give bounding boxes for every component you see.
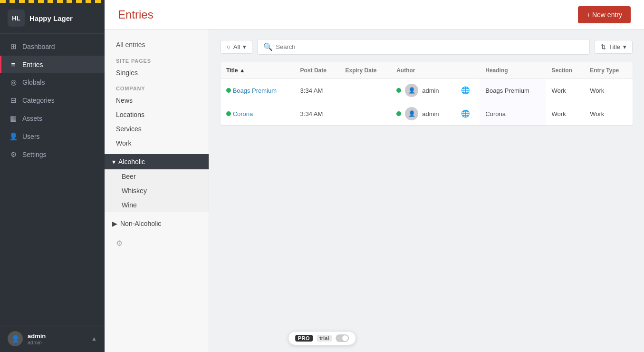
sidebar-item-assets[interactable]: ▦ Assets	[0, 109, 105, 127]
sidebar-item-settings[interactable]: ⚙ Settings	[0, 146, 105, 164]
cell-post-date-2: 3:34 AM	[295, 102, 340, 126]
pro-toggle[interactable]	[336, 334, 349, 342]
chevron-right-icon: ▶	[112, 220, 117, 227]
sidebar-footer: 👤 admin admin ▲	[0, 325, 105, 352]
sub-item-wine[interactable]: Wine	[105, 198, 209, 212]
right-panel: ○ All ▾ 🔍 ⇅ Title ▾ Title ▲Post DateExpi…	[209, 29, 644, 352]
col-header-author[interactable]: Author	[391, 62, 455, 79]
dashboard-icon: ⊞	[9, 42, 18, 51]
content-body: All entries SITE PAGESSinglesCOMPANYNews…	[105, 29, 644, 352]
col-header-status2	[455, 62, 480, 79]
logo-icon: HL	[8, 10, 25, 27]
globals-icon: ◎	[9, 78, 18, 87]
sidebar-item-categories[interactable]: ⊟ Categories	[0, 91, 105, 109]
left-nav-locations[interactable]: Locations	[105, 108, 209, 122]
sort-icon: ⇅	[601, 43, 606, 50]
cell-title-1: Boags Premium	[221, 79, 295, 102]
globe-icon-2: 🌐	[461, 109, 470, 117]
sidebar-item-entries[interactable]: ≡ Entries	[0, 56, 105, 73]
group-alcoholic: ▾ AlcoholicBeerWhiskeyWine	[105, 154, 209, 212]
left-panel: All entries SITE PAGESSinglesCOMPANYNews…	[105, 29, 209, 352]
cell-author-1: 👤 admin	[391, 79, 455, 102]
user-avatar: 👤	[8, 331, 23, 346]
cell-section-2: Work	[546, 102, 585, 126]
cell-heading-1: Boags Premium	[480, 79, 546, 102]
cell-entry-type-2: Work	[584, 102, 633, 126]
filter-select[interactable]: ○ All ▾	[221, 40, 252, 54]
cell-section-1: Work	[546, 79, 585, 102]
categories-icon: ⊟	[9, 96, 18, 105]
users-icon: 👤	[9, 132, 18, 141]
status-dot-1	[226, 88, 231, 93]
table-row[interactable]: Corona 3:34 AM 👤 admin 🌐CoronaWorkWork	[221, 102, 633, 126]
entries-table: Title ▲Post DateExpiry DateAuthorHeading…	[221, 62, 633, 125]
title-link-2[interactable]: Corona	[233, 110, 253, 117]
col-header-entry_type: Entry Type	[584, 62, 633, 79]
group-collapsed-non-alcoholic[interactable]: ▶ Non-Alcoholic	[105, 216, 209, 231]
gear-icon: ⚙	[116, 239, 123, 247]
cell-author-2: 👤 admin	[391, 102, 455, 126]
cell-globe-1: 🌐	[455, 79, 480, 102]
sidebar-logo: HL Happy Lager	[0, 3, 105, 34]
user-name: admin	[28, 332, 46, 340]
section-label-site_pages: SITE PAGES	[105, 52, 209, 66]
cell-post-date-1: 3:34 AM	[295, 79, 340, 102]
user-info: 👤 admin admin	[8, 331, 46, 346]
section-label-company: COMPANY	[105, 80, 209, 93]
user-role: admin	[28, 340, 46, 345]
group-non-alcoholic: ▶ Non-Alcoholic	[105, 216, 209, 231]
chevron-down-icon: ▾	[112, 158, 115, 166]
cell-expiry-date-1	[340, 79, 391, 102]
author-avatar-1: 👤	[405, 84, 418, 97]
author-status-dot-1	[396, 88, 401, 93]
settings-icon: ⚙	[9, 150, 18, 159]
search-input[interactable]	[276, 43, 584, 50]
pro-trial-bar: PRO trial	[288, 331, 356, 345]
left-nav-singles[interactable]: Singles	[105, 66, 209, 80]
sort-select[interactable]: ⇅ Title ▾	[595, 40, 633, 54]
user-menu-chevron[interactable]: ▲	[91, 335, 97, 342]
cell-title-2: Corona	[221, 102, 295, 126]
author-name-2: admin	[422, 110, 439, 117]
search-box: 🔍	[257, 39, 590, 55]
sidebar-item-label-globals: Globals	[22, 78, 45, 86]
sidebar-item-label-settings: Settings	[22, 151, 47, 158]
col-header-post_date[interactable]: Post Date	[295, 62, 340, 79]
pro-badge: PRO	[295, 335, 313, 342]
sidebar-item-dashboard[interactable]: ⊞ Dashboard	[0, 38, 105, 56]
sidebar-item-label-categories: Categories	[22, 97, 55, 104]
left-nav-work[interactable]: Work	[105, 136, 209, 150]
table-header: Title ▲Post DateExpiry DateAuthorHeading…	[221, 62, 633, 79]
main-header: Entries + New entry	[105, 0, 644, 29]
search-icon: 🔍	[263, 42, 273, 51]
table-body: Boags Premium 3:34 AM 👤 admin 🌐Boags Pre…	[221, 79, 633, 126]
gear-settings[interactable]: ⚙	[105, 231, 209, 255]
assets-icon: ▦	[9, 114, 18, 123]
col-header-heading: Heading	[480, 62, 546, 79]
sidebar-item-label-entries: Entries	[22, 61, 43, 68]
table-row[interactable]: Boags Premium 3:34 AM 👤 admin 🌐Boags Pre…	[221, 79, 633, 102]
sidebar-item-users[interactable]: 👤 Users	[0, 127, 105, 146]
all-entries-link[interactable]: All entries	[105, 37, 209, 52]
page-title: Entries	[118, 8, 154, 21]
cell-expiry-date-2	[340, 102, 391, 126]
toolbar: ○ All ▾ 🔍 ⇅ Title ▾	[221, 39, 633, 55]
filter-radio-icon: ○	[227, 43, 231, 50]
globe-icon-1: 🌐	[461, 86, 470, 94]
left-nav-news[interactable]: News	[105, 93, 209, 108]
main-area: Entries + New entry All entries SITE PAG…	[105, 0, 644, 352]
sidebar-item-label-dashboard: Dashboard	[22, 43, 55, 50]
title-link-1[interactable]: Boags Premium	[233, 87, 277, 94]
sidebar-item-label-users: Users	[22, 133, 40, 140]
author-name-1: admin	[422, 87, 439, 94]
col-header-expiry_date[interactable]: Expiry Date	[340, 62, 391, 79]
app-name: Happy Lager	[29, 14, 73, 22]
new-entry-button[interactable]: + New entry	[578, 6, 631, 23]
group-header-alcoholic[interactable]: ▾ Alcoholic	[105, 154, 209, 169]
left-nav-services[interactable]: Services	[105, 122, 209, 136]
entries-icon: ≡	[9, 60, 18, 68]
col-header-title[interactable]: Title ▲	[221, 62, 295, 79]
sidebar-item-globals[interactable]: ◎ Globals	[0, 73, 105, 91]
sub-item-beer[interactable]: Beer	[105, 169, 209, 184]
sub-item-whiskey[interactable]: Whiskey	[105, 184, 209, 198]
